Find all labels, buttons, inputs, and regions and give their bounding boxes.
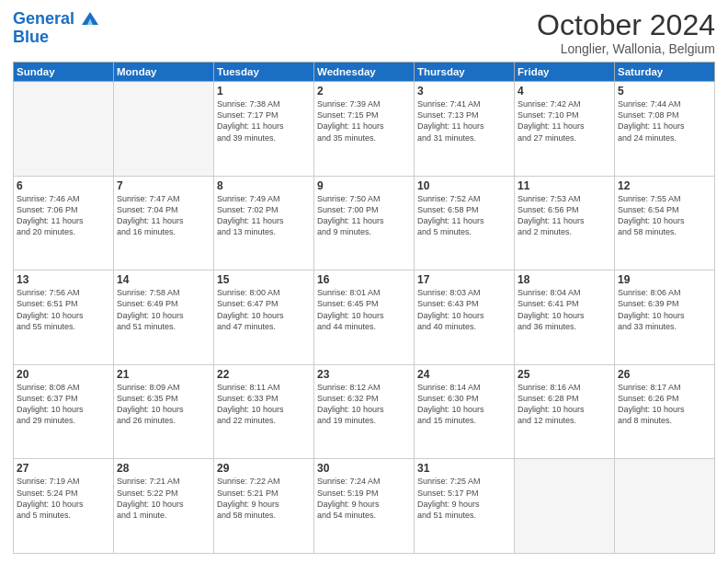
day-info: Sunrise: 7:39 AMSunset: 7:15 PMDaylight:… bbox=[317, 98, 411, 144]
calendar-day-cell: 2Sunrise: 7:39 AMSunset: 7:15 PMDaylight… bbox=[314, 82, 415, 177]
day-info: Sunrise: 7:52 AMSunset: 6:58 PMDaylight:… bbox=[417, 193, 511, 238]
day-info: Sunrise: 7:58 AMSunset: 6:49 PMDaylight:… bbox=[117, 287, 210, 332]
calendar-day-cell: 13Sunrise: 7:56 AMSunset: 6:51 PMDayligh… bbox=[14, 270, 114, 365]
day-info: Sunrise: 7:21 AMSunset: 5:22 PMDaylight:… bbox=[117, 476, 210, 521]
calendar-day-cell: 18Sunrise: 8:04 AMSunset: 6:41 PMDayligh… bbox=[515, 270, 615, 365]
day-number: 19 bbox=[618, 273, 711, 286]
day-info: Sunrise: 8:11 AMSunset: 6:33 PMDaylight:… bbox=[217, 382, 311, 427]
calendar-day-cell bbox=[615, 459, 715, 554]
calendar-day-cell: 5Sunrise: 7:44 AMSunset: 7:08 PMDaylight… bbox=[615, 82, 715, 177]
calendar-day-cell bbox=[14, 82, 114, 177]
day-number: 10 bbox=[417, 179, 511, 192]
day-number: 8 bbox=[217, 179, 311, 192]
logo-blue: Blue bbox=[13, 29, 100, 45]
weekday-header: Saturday bbox=[615, 63, 715, 82]
day-info: Sunrise: 8:09 AMSunset: 6:35 PMDaylight:… bbox=[117, 382, 210, 427]
logo-text: General bbox=[13, 9, 100, 29]
calendar-day-cell: 31Sunrise: 7:25 AMSunset: 5:17 PMDayligh… bbox=[415, 459, 515, 554]
calendar-day-cell: 28Sunrise: 7:21 AMSunset: 5:22 PMDayligh… bbox=[114, 459, 214, 554]
weekday-header: Wednesday bbox=[314, 63, 415, 82]
day-info: Sunrise: 8:08 AMSunset: 6:37 PMDaylight:… bbox=[17, 382, 110, 427]
calendar-day-cell: 25Sunrise: 8:16 AMSunset: 6:28 PMDayligh… bbox=[515, 364, 615, 459]
day-info: Sunrise: 7:50 AMSunset: 7:00 PMDaylight:… bbox=[317, 193, 411, 238]
day-info: Sunrise: 7:55 AMSunset: 6:54 PMDaylight:… bbox=[618, 193, 711, 238]
logo-general: General bbox=[13, 9, 74, 28]
logo-icon bbox=[80, 10, 100, 27]
day-info: Sunrise: 8:06 AMSunset: 6:39 PMDaylight:… bbox=[618, 287, 711, 332]
day-number: 12 bbox=[618, 179, 711, 192]
calendar-day-cell: 14Sunrise: 7:58 AMSunset: 6:49 PMDayligh… bbox=[114, 270, 214, 365]
calendar-day-cell: 29Sunrise: 7:22 AMSunset: 5:21 PMDayligh… bbox=[214, 459, 314, 554]
calendar-day-cell: 15Sunrise: 8:00 AMSunset: 6:47 PMDayligh… bbox=[214, 270, 314, 365]
day-info: Sunrise: 7:19 AMSunset: 5:24 PMDaylight:… bbox=[17, 476, 110, 521]
calendar-week-row: 27Sunrise: 7:19 AMSunset: 5:24 PMDayligh… bbox=[14, 459, 715, 554]
day-number: 27 bbox=[17, 462, 110, 475]
calendar-day-cell: 30Sunrise: 7:24 AMSunset: 5:19 PMDayligh… bbox=[314, 459, 415, 554]
day-info: Sunrise: 8:03 AMSunset: 6:43 PMDaylight:… bbox=[417, 287, 511, 332]
weekday-header: Friday bbox=[515, 63, 615, 82]
header: General Blue October 2024 Longlier, Wall… bbox=[13, 9, 715, 56]
calendar-week-row: 13Sunrise: 7:56 AMSunset: 6:51 PMDayligh… bbox=[14, 270, 715, 365]
day-info: Sunrise: 7:56 AMSunset: 6:51 PMDaylight:… bbox=[17, 287, 110, 332]
day-number: 7 bbox=[117, 179, 210, 192]
day-number: 5 bbox=[618, 85, 711, 98]
calendar-day-cell: 23Sunrise: 8:12 AMSunset: 6:32 PMDayligh… bbox=[314, 364, 415, 459]
day-number: 16 bbox=[317, 273, 411, 286]
calendar-day-cell: 24Sunrise: 8:14 AMSunset: 6:30 PMDayligh… bbox=[415, 364, 515, 459]
day-info: Sunrise: 7:53 AMSunset: 6:56 PMDaylight:… bbox=[518, 193, 611, 238]
day-number: 17 bbox=[417, 273, 511, 286]
day-number: 3 bbox=[417, 85, 511, 98]
weekday-header-row: SundayMondayTuesdayWednesdayThursdayFrid… bbox=[14, 63, 715, 82]
day-number: 25 bbox=[518, 368, 611, 381]
month-title: October 2024 bbox=[537, 9, 715, 41]
day-info: Sunrise: 8:17 AMSunset: 6:26 PMDaylight:… bbox=[618, 382, 711, 427]
day-info: Sunrise: 8:04 AMSunset: 6:41 PMDaylight:… bbox=[518, 287, 611, 332]
calendar-day-cell bbox=[515, 459, 615, 554]
day-number: 4 bbox=[518, 85, 611, 98]
day-number: 23 bbox=[317, 368, 411, 381]
day-number: 24 bbox=[417, 368, 511, 381]
day-number: 13 bbox=[17, 273, 110, 286]
weekday-header: Thursday bbox=[415, 63, 515, 82]
day-number: 20 bbox=[17, 368, 110, 381]
day-info: Sunrise: 7:38 AMSunset: 7:17 PMDaylight:… bbox=[217, 98, 311, 144]
calendar-day-cell: 7Sunrise: 7:47 AMSunset: 7:04 PMDaylight… bbox=[114, 176, 214, 270]
calendar-day-cell: 6Sunrise: 7:46 AMSunset: 7:06 PMDaylight… bbox=[14, 176, 114, 270]
calendar-day-cell: 9Sunrise: 7:50 AMSunset: 7:00 PMDaylight… bbox=[314, 176, 415, 270]
day-info: Sunrise: 8:16 AMSunset: 6:28 PMDaylight:… bbox=[518, 382, 611, 427]
location-subtitle: Longlier, Wallonia, Belgium bbox=[537, 41, 715, 56]
calendar-day-cell: 3Sunrise: 7:41 AMSunset: 7:13 PMDaylight… bbox=[415, 82, 515, 177]
day-info: Sunrise: 7:42 AMSunset: 7:10 PMDaylight:… bbox=[518, 98, 611, 144]
day-number: 2 bbox=[317, 85, 411, 98]
calendar-day-cell: 8Sunrise: 7:49 AMSunset: 7:02 PMDaylight… bbox=[214, 176, 314, 270]
calendar-day-cell: 26Sunrise: 8:17 AMSunset: 6:26 PMDayligh… bbox=[615, 364, 715, 459]
calendar-day-cell: 10Sunrise: 7:52 AMSunset: 6:58 PMDayligh… bbox=[415, 176, 515, 270]
weekday-header: Sunday bbox=[14, 63, 114, 82]
day-info: Sunrise: 8:00 AMSunset: 6:47 PMDaylight:… bbox=[217, 287, 311, 332]
day-number: 14 bbox=[117, 273, 210, 286]
calendar-day-cell: 17Sunrise: 8:03 AMSunset: 6:43 PMDayligh… bbox=[415, 270, 515, 365]
day-number: 22 bbox=[217, 368, 311, 381]
day-number: 1 bbox=[217, 85, 311, 98]
calendar-day-cell: 16Sunrise: 8:01 AMSunset: 6:45 PMDayligh… bbox=[314, 270, 415, 365]
calendar-day-cell: 22Sunrise: 8:11 AMSunset: 6:33 PMDayligh… bbox=[214, 364, 314, 459]
day-number: 26 bbox=[618, 368, 711, 381]
day-number: 28 bbox=[117, 462, 210, 475]
day-number: 15 bbox=[217, 273, 311, 286]
day-info: Sunrise: 8:12 AMSunset: 6:32 PMDaylight:… bbox=[317, 382, 411, 427]
day-number: 9 bbox=[317, 179, 411, 192]
calendar-day-cell: 27Sunrise: 7:19 AMSunset: 5:24 PMDayligh… bbox=[14, 459, 114, 554]
logo: General Blue bbox=[13, 9, 100, 45]
calendar-week-row: 6Sunrise: 7:46 AMSunset: 7:06 PMDaylight… bbox=[14, 176, 715, 270]
calendar-day-cell: 12Sunrise: 7:55 AMSunset: 6:54 PMDayligh… bbox=[615, 176, 715, 270]
weekday-header: Monday bbox=[114, 63, 214, 82]
day-info: Sunrise: 7:41 AMSunset: 7:13 PMDaylight:… bbox=[417, 98, 511, 144]
calendar-day-cell: 4Sunrise: 7:42 AMSunset: 7:10 PMDaylight… bbox=[515, 82, 615, 177]
day-info: Sunrise: 7:47 AMSunset: 7:04 PMDaylight:… bbox=[117, 193, 210, 238]
day-number: 11 bbox=[518, 179, 611, 192]
calendar-day-cell: 21Sunrise: 8:09 AMSunset: 6:35 PMDayligh… bbox=[114, 364, 214, 459]
day-info: Sunrise: 8:01 AMSunset: 6:45 PMDaylight:… bbox=[317, 287, 411, 332]
day-info: Sunrise: 7:24 AMSunset: 5:19 PMDaylight:… bbox=[317, 476, 411, 521]
calendar-day-cell: 19Sunrise: 8:06 AMSunset: 6:39 PMDayligh… bbox=[615, 270, 715, 365]
day-number: 6 bbox=[17, 179, 110, 192]
